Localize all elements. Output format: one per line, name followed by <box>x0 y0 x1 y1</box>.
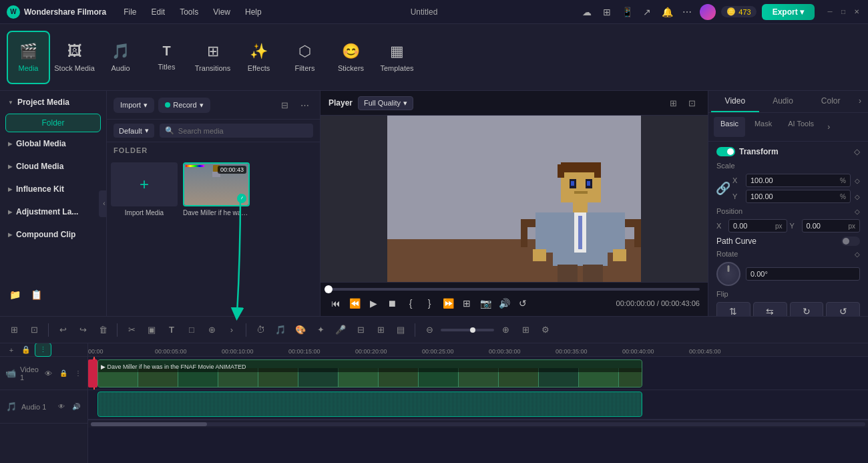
step-back-button[interactable]: ⏪ <box>347 296 362 311</box>
menu-help[interactable]: Help <box>238 5 268 19</box>
record-voice-button[interactable]: 🎤 <box>332 321 349 339</box>
track-snap-icon[interactable]: ⋮ <box>72 367 84 379</box>
sidebar-header-cloud-media[interactable]: ▶ Cloud Media <box>0 155 106 178</box>
pos-y-input[interactable] <box>807 222 847 230</box>
crop-button[interactable]: ▣ <box>143 321 160 339</box>
sub-tab-more-icon[interactable]: › <box>823 117 834 137</box>
cloud-icon[interactable]: ☁ <box>580 5 594 19</box>
scale-y-reset-icon[interactable]: ◇ <box>855 193 860 200</box>
grid-view-icon[interactable]: ⊞ <box>665 95 681 111</box>
rotate-view-button[interactable]: ↺ <box>515 296 530 311</box>
safe-zone-icon[interactable]: ⊡ <box>684 95 700 111</box>
scale-lock-icon[interactable]: 🔗 <box>716 181 730 196</box>
menu-tools[interactable]: Tools <box>173 5 205 19</box>
snapshot-button[interactable]: 📷 <box>478 296 493 311</box>
tab-color[interactable]: Color <box>807 91 855 112</box>
video-clip[interactable]: ▶ Dave Miller if he was in the FNAF Movi… <box>97 359 642 388</box>
export-button[interactable]: Video Export ▾ <box>762 4 815 20</box>
toolbar-stock-media[interactable]: 🖼 Stock Media <box>53 31 96 84</box>
zoom-in-tl-button[interactable]: ⊕ <box>497 321 514 339</box>
transform-toggle[interactable] <box>716 147 735 156</box>
quality-select[interactable]: Full Quality ▾ <box>358 96 413 110</box>
phone-icon[interactable]: 📱 <box>620 5 634 19</box>
mark-in-button[interactable]: { <box>403 296 418 311</box>
text-button[interactable]: T <box>163 321 180 339</box>
scene-detect-button[interactable]: ⊟ <box>352 321 369 339</box>
track-audio-vol-icon[interactable]: 🔊 <box>70 401 82 413</box>
sub-tab-mask[interactable]: Mask <box>748 117 779 137</box>
scrollbar-track[interactable] <box>91 422 865 426</box>
bell-icon[interactable]: 🔔 <box>660 5 674 19</box>
track-audio-eye-icon[interactable]: 👁 <box>55 401 67 413</box>
menu-view[interactable]: View <box>206 5 237 19</box>
minimize-button[interactable]: ─ <box>825 7 835 17</box>
speed-button[interactable]: ⏱ <box>252 321 269 339</box>
audio-fx-button[interactable]: 🎵 <box>272 321 289 339</box>
avatar[interactable] <box>700 4 716 20</box>
close-button[interactable]: ✕ <box>852 7 861 17</box>
skip-forward-button[interactable]: ⏩ <box>441 296 455 311</box>
add-track-icon[interactable]: + <box>5 344 17 356</box>
sidebar-header-global-media[interactable]: ▶ Global Media <box>0 132 106 155</box>
toolbar-titles[interactable]: T Titles <box>145 31 188 84</box>
track-eye-icon[interactable]: 👁 <box>43 367 55 379</box>
rotate-cw-button[interactable]: ↻ <box>790 302 824 316</box>
rotate-ccw-button[interactable]: ↺ <box>826 302 860 316</box>
lock-tracks-icon[interactable]: 🔒 <box>20 344 32 356</box>
sidebar-item-folder[interactable]: Folder <box>5 114 101 132</box>
scale-y-input[interactable] <box>750 192 839 200</box>
mark-out-button[interactable]: } <box>422 296 437 311</box>
position-reset-icon[interactable]: ◇ <box>855 208 860 215</box>
pos-x-input[interactable] <box>733 222 774 230</box>
tab-more-icon[interactable]: › <box>855 91 865 112</box>
zoom-slider[interactable] <box>441 329 494 331</box>
motion-track-button[interactable]: ⊞ <box>372 321 389 339</box>
new-folder-icon[interactable]: 📁 <box>5 285 24 304</box>
record-button[interactable]: Record ▾ <box>158 98 210 113</box>
timeline-tool-group-icon[interactable]: ⊞ <box>5 321 23 339</box>
toolbar-effects[interactable]: ✨ Effects <box>237 31 280 84</box>
media-video-item[interactable]: 00:00:43 ✓ Dave Miller if he was i... <box>183 162 250 312</box>
screen-icon[interactable]: ⊞ <box>600 5 614 19</box>
redo-button[interactable]: ↪ <box>74 321 91 339</box>
undo-button[interactable]: ↩ <box>54 321 71 339</box>
stop-button[interactable]: ⏹ <box>385 296 399 311</box>
view-default-select[interactable]: Default ▾ <box>114 124 154 138</box>
add-to-timeline-button[interactable]: ⊞ <box>459 296 474 311</box>
scale-x-reset-icon[interactable]: ◇ <box>855 177 860 184</box>
snap-button[interactable]: ⋮ <box>35 343 51 357</box>
track-lock-icon[interactable]: 🔒 <box>57 367 69 379</box>
tab-audio[interactable]: Audio <box>759 91 807 112</box>
sidebar-header-influence-kit[interactable]: ▶ Influence Kit <box>0 178 106 200</box>
menu-edit[interactable]: Edit <box>144 5 172 19</box>
delete-button[interactable]: 🗑 <box>94 321 112 339</box>
new-bin-icon[interactable]: 📋 <box>27 285 45 304</box>
rotate-dial[interactable] <box>716 262 740 286</box>
toolbar-transitions[interactable]: ⊞ Transitions <box>191 31 234 84</box>
range-start-marker[interactable] <box>88 359 97 388</box>
import-button[interactable]: Import ▾ <box>114 98 154 113</box>
maximize-button[interactable]: □ <box>839 7 848 17</box>
tab-video[interactable]: Video <box>711 91 759 112</box>
progress-thumb[interactable] <box>324 285 333 293</box>
overlay-button[interactable]: □ <box>183 321 200 339</box>
play-button[interactable]: ▶ <box>366 296 381 311</box>
prev-frame-button[interactable]: ⏮ <box>329 296 343 311</box>
share-icon[interactable]: ↗ <box>640 5 654 19</box>
tl-more-button[interactable]: ⊞ <box>517 321 534 339</box>
flip-horizontal-button[interactable]: ⇆ <box>753 302 787 316</box>
audio-clip[interactable] <box>97 392 642 417</box>
sidebar-header-adjustment-la[interactable]: ▶ Adjustment La... <box>0 200 106 223</box>
scrollbar-thumb[interactable] <box>91 422 207 426</box>
dots-icon[interactable]: ⋯ <box>680 5 694 19</box>
toolbar-filters[interactable]: ⬡ Filters <box>283 31 327 84</box>
split-button[interactable]: ✂ <box>123 321 140 339</box>
path-curve-toggle[interactable] <box>841 237 860 246</box>
ai-remove-button[interactable]: ✦ <box>312 321 329 339</box>
effect-button[interactable]: ⊕ <box>203 321 220 339</box>
progress-bar[interactable] <box>329 288 700 291</box>
sidebar-header-compound-clip[interactable]: ▶ Compound Clip <box>0 223 106 246</box>
rotate-reset-icon[interactable]: ◇ <box>855 251 860 258</box>
scale-x-input[interactable] <box>750 176 839 184</box>
rotate-input[interactable] <box>750 270 855 278</box>
